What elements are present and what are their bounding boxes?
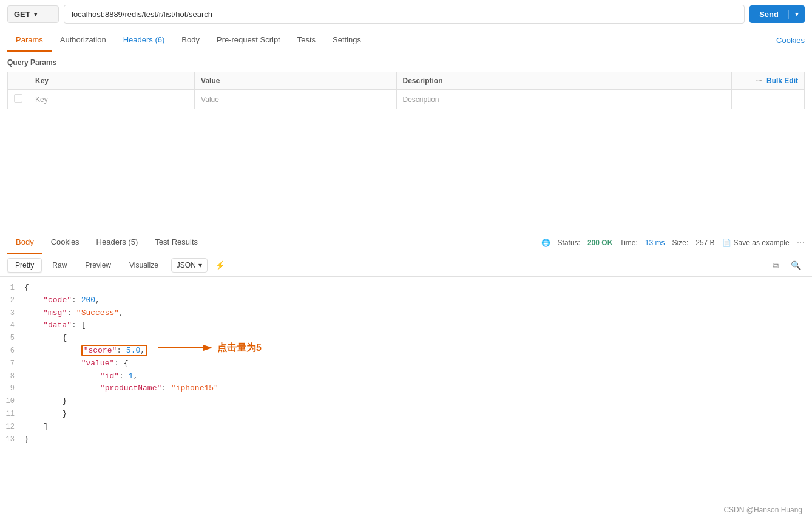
- time-value: 13 ms: [645, 239, 665, 247]
- row-checkbox[interactable]: [14, 94, 22, 103]
- method-chevron-icon: ▾: [34, 11, 37, 18]
- request-tabs-bar: Params Authorization Headers (6) Body Pr…: [0, 29, 812, 52]
- code-line-3: 3 "msg": "Success",: [0, 307, 812, 320]
- code-line-4: 4 "data": [: [0, 319, 812, 332]
- send-dropdown-icon[interactable]: ▾: [789, 10, 805, 18]
- status-label: Status:: [558, 239, 580, 247]
- tab-pre-request[interactable]: Pre-request Script: [208, 29, 289, 52]
- size-value: 257 B: [695, 239, 714, 247]
- send-label: Send: [749, 10, 789, 19]
- bulk-edit-header: ··· Bulk Edit: [732, 72, 805, 90]
- json-label: JSON: [177, 261, 196, 270]
- time-label: Time:: [620, 239, 638, 247]
- dots-icon: ···: [756, 76, 762, 85]
- more-options-icon[interactable]: ···: [797, 237, 805, 248]
- url-input[interactable]: [64, 5, 745, 24]
- empty-area: [0, 109, 812, 231]
- copy-icon[interactable]: ⧉: [769, 259, 782, 272]
- code-line-7: 7 "value": {: [0, 358, 812, 370]
- code-line-1: 1 {: [0, 282, 812, 294]
- response-tab-test-results[interactable]: Test Results: [146, 231, 206, 254]
- visualize-btn[interactable]: Visualize: [121, 258, 166, 273]
- code-line-8: 8 "id": 1,: [0, 370, 812, 383]
- tab-authorization[interactable]: Authorization: [52, 29, 115, 52]
- code-line-11: 11 }: [0, 408, 812, 421]
- json-format-selector[interactable]: JSON ▾: [171, 258, 208, 273]
- format-toolbar: Pretty Raw Preview Visualize JSON ▾ ⚡ ⧉ …: [0, 254, 812, 277]
- save-example-button[interactable]: 📄 Save as example: [722, 239, 790, 247]
- desc-cell[interactable]: Description: [396, 90, 731, 109]
- code-line-13: 13 }: [0, 433, 812, 446]
- search-icon[interactable]: 🔍: [787, 259, 805, 271]
- method-select[interactable]: GET ▾: [7, 5, 59, 23]
- method-label: GET: [14, 10, 30, 19]
- response-tabs-bar: Body Cookies Headers (5) Test Results 🌐 …: [0, 231, 812, 254]
- footer-text: CSDN @Hanson Huang: [723, 506, 802, 514]
- filter-icon[interactable]: ⚡: [215, 260, 225, 270]
- code-line-12: 12 ]: [0, 421, 812, 433]
- key-header: Key: [29, 72, 195, 90]
- send-button[interactable]: Send ▾: [749, 5, 805, 23]
- response-tab-body[interactable]: Body: [7, 231, 42, 254]
- tab-tests[interactable]: Tests: [289, 29, 324, 52]
- response-meta: 🌐 Status: 200 OK Time: 13 ms Size: 257 B…: [541, 237, 805, 248]
- description-header: Description: [396, 72, 731, 90]
- bulk-edit-button[interactable]: Bulk Edit: [766, 76, 798, 85]
- status-value: 200 OK: [587, 239, 612, 247]
- pretty-btn[interactable]: Pretty: [7, 258, 42, 273]
- query-params-section: Query Params Key Value Description ··· B…: [0, 52, 812, 109]
- globe-icon: 🌐: [541, 239, 550, 247]
- tab-params[interactable]: Params: [7, 29, 52, 52]
- tab-settings[interactable]: Settings: [324, 29, 370, 52]
- value-cell[interactable]: Value: [195, 90, 396, 109]
- params-table: Key Value Description ··· Bulk Edit Key …: [7, 72, 805, 109]
- code-line-10: 10 }: [0, 395, 812, 408]
- response-tab-cookies[interactable]: Cookies: [42, 231, 88, 254]
- checkbox-header: [8, 72, 29, 90]
- code-line-9: 9 "productName": "iphone15": [0, 382, 812, 395]
- tab-body[interactable]: Body: [173, 29, 208, 52]
- save-icon: 📄: [722, 239, 731, 247]
- code-line-2: 2 "code": 200,: [0, 294, 812, 307]
- tab-headers[interactable]: Headers (6): [115, 29, 174, 52]
- footer: CSDN @Hanson Huang: [723, 506, 802, 514]
- preview-btn[interactable]: Preview: [77, 258, 119, 273]
- response-tab-headers[interactable]: Headers (5): [88, 231, 147, 254]
- raw-btn[interactable]: Raw: [44, 258, 75, 273]
- code-area: 1 { 2 "code": 200, 3 "msg": "Success", 4…: [0, 277, 812, 450]
- code-line-5: 5 {: [0, 332, 812, 345]
- size-label: Size:: [672, 239, 689, 247]
- table-row: Key Value Description: [8, 90, 805, 109]
- url-bar: GET ▾ Send ▾: [0, 0, 812, 29]
- query-params-title: Query Params: [7, 58, 805, 67]
- response-section: Body Cookies Headers (5) Test Results 🌐 …: [0, 231, 812, 450]
- cookies-link[interactable]: Cookies: [776, 36, 805, 45]
- value-header: Value: [195, 72, 396, 90]
- json-chevron-icon: ▾: [198, 261, 202, 270]
- save-example-label: Save as example: [734, 239, 790, 247]
- key-cell[interactable]: Key: [29, 90, 195, 109]
- code-line-6: 6 "score": 5.0, 点击量为5: [0, 345, 812, 358]
